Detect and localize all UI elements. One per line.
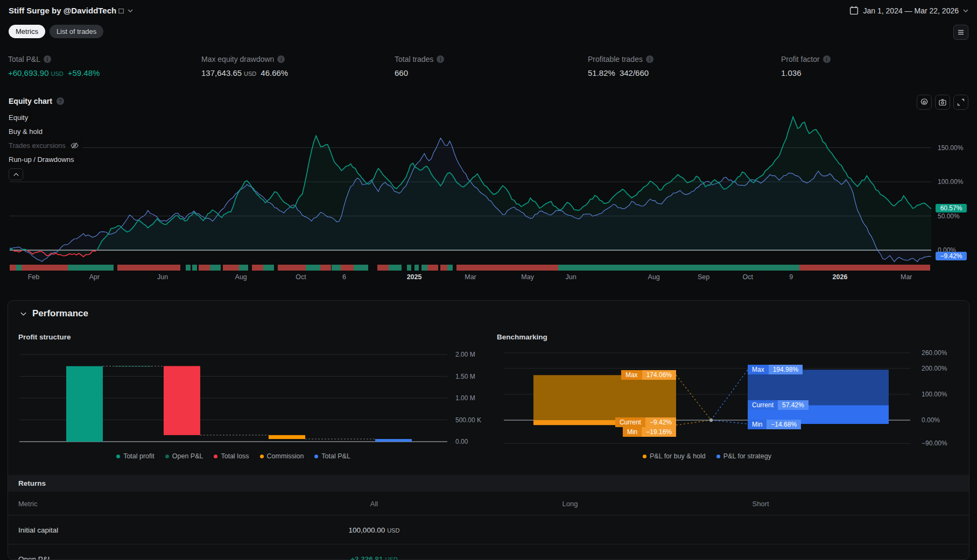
info-icon[interactable]: i: [277, 55, 285, 63]
trade-strip-segment: [407, 265, 412, 271]
info-icon[interactable]: i: [646, 55, 653, 63]
strategy-title-menu[interactable]: Stiff Surge by @DaviddTech □: [9, 6, 133, 15]
chevron-down-icon: [963, 9, 968, 13]
trade-strip-segment: [117, 265, 180, 271]
waterfall-bar-2: [164, 366, 200, 435]
table-row[interactable]: Initial capital100,000.00USD: [8, 516, 969, 544]
view-tabs: Metrics List of trades: [9, 25, 103, 38]
column-header-short[interactable]: Short: [752, 499, 769, 507]
performance-charts-canvas[interactable]: [8, 301, 969, 473]
tab-list-of-trades[interactable]: List of trades: [50, 25, 103, 38]
trade-strip-segment: [192, 265, 197, 271]
time-axis-label: 2025: [407, 273, 422, 281]
legend-item-total-loss[interactable]: Total loss: [214, 452, 249, 460]
returns-table-header: MetricAllLongShort: [8, 492, 969, 515]
time-axis-label: Sep: [698, 273, 709, 281]
trade-strip-segment: [421, 265, 427, 271]
legend-label: Open P&L: [172, 452, 203, 460]
legend-label: P&L for buy & hold: [650, 452, 706, 460]
legend-label: Total P&L: [321, 452, 350, 460]
tab-metrics[interactable]: Metrics: [9, 25, 45, 38]
buyhold-current-chip: Current−9.42%: [615, 417, 676, 427]
chip-title: Min: [748, 420, 767, 429]
time-axis-label: Mar: [465, 273, 476, 281]
legend-label: Commission: [267, 452, 304, 460]
trade-strip-segment: [456, 265, 558, 271]
profit-axis-label: 1.00 M: [455, 394, 475, 402]
legend-dot: [643, 455, 646, 458]
date-range-label: Jan 1, 2024 — Mar 22, 2026: [863, 6, 959, 15]
column-header-long[interactable]: Long: [563, 499, 578, 507]
metric-total-p-l: Total P&Li+60,693.90USD+59.48%: [8, 55, 201, 77]
legend-collapse-button[interactable]: [9, 168, 23, 180]
legend-item-p-l-for-strategy[interactable]: P&L for strategy: [716, 452, 771, 460]
row-metric-label: Initial capital: [18, 526, 58, 534]
metric-value-extra: 46.66%: [261, 68, 288, 77]
column-header-all[interactable]: All: [370, 499, 378, 507]
buyhold-range-block: [533, 375, 676, 420]
legend-item-open-p-l[interactable]: Open P&L: [165, 452, 203, 460]
info-icon[interactable]: i: [823, 55, 831, 63]
row-value-unit: USD: [385, 556, 398, 560]
chip-value: −14.68%: [767, 420, 801, 429]
returns-section-header[interactable]: Returns: [8, 475, 969, 492]
time-axis-label: Mar: [901, 273, 912, 281]
trade-strip-segment: [210, 265, 221, 271]
trade-strip-segment: [447, 265, 453, 271]
legend-item-total-profit[interactable]: Total profit: [116, 452, 154, 460]
date-range-picker[interactable]: Jan 1, 2024 — Mar 22, 2026: [849, 5, 968, 16]
time-axis-label: Oct: [296, 273, 306, 281]
trade-strip-segment: [186, 265, 191, 271]
waterfall-bar-4: [375, 439, 412, 442]
info-icon[interactable]: i: [44, 55, 51, 63]
profit-axis-label: 0.00: [455, 438, 468, 445]
eye-off-icon: [70, 141, 79, 150]
chip-title: Min: [623, 427, 642, 437]
profit-axis-label: 500.00 K: [455, 416, 481, 424]
strategy-title: Stiff Surge by @DaviddTech □: [9, 6, 123, 15]
chevron-up-icon: [13, 172, 19, 177]
legend-item-run-up-drawdowns[interactable]: Run-up / Drawdowns: [9, 154, 78, 165]
trade-strip-segment: [354, 265, 368, 271]
profit-axis-label: 2.00 M: [455, 351, 475, 358]
legend-item-label: Equity: [9, 114, 28, 122]
legend-item-buy-hold[interactable]: Buy & hold: [9, 126, 46, 137]
metric-total-trades: Total tradesi660: [395, 55, 588, 77]
legend-dot: [314, 455, 318, 458]
metric-label: Total P&Li: [8, 55, 201, 63]
table-row[interactable]: Open P&L+3,336.81USD: [8, 545, 969, 560]
equity-chart-time-axis[interactable]: FebAprJunAugOct62025MarMayJunAugSepOct92…: [0, 273, 977, 282]
legend-label: P&L for strategy: [723, 452, 771, 460]
legend-dot: [165, 455, 169, 458]
trades-heatmap-strip[interactable]: [10, 265, 931, 271]
legend-label: Total loss: [221, 452, 249, 460]
benchmark-axis-label: −90.00%: [922, 440, 947, 447]
top-header: Stiff Surge by @DaviddTech □ Jan 1, 2024…: [9, 5, 968, 16]
legend-item-trades-excursions[interactable]: Trades excursions: [9, 140, 83, 151]
legend-label: Total profit: [123, 452, 154, 460]
benchmark-axis-label: 260.00%: [922, 349, 947, 357]
waterfall-bar-3: [269, 435, 305, 439]
metric-value-main: 1.036: [781, 68, 802, 77]
equity-axis-label: 50.00%: [938, 212, 960, 220]
layout-list-button[interactable]: [953, 25, 968, 40]
info-icon[interactable]: i: [437, 55, 444, 63]
profit-structure-legend: Total profitOpen P&LTotal lossCommission…: [19, 452, 447, 460]
row-value-main: 100,000.00: [349, 526, 385, 534]
legend-item-p-l-for-buy-hold[interactable]: P&L for buy & hold: [643, 452, 706, 460]
waterfall-bar-0: [66, 366, 103, 442]
summary-metrics-row: Total P&Li+60,693.90USD+59.48%Max equity…: [8, 55, 974, 77]
metric-value: 137,643.65USD46.66%: [201, 68, 395, 77]
legend-item-equity[interactable]: Equity: [9, 112, 32, 123]
legend-item-commission[interactable]: Commission: [260, 452, 304, 460]
column-header-metric[interactable]: Metric: [18, 499, 37, 507]
legend-dot: [260, 455, 264, 458]
trade-strip-segment: [320, 265, 332, 271]
legend-item-total-p-l[interactable]: Total P&L: [314, 452, 350, 460]
trade-strip-segment: [440, 265, 448, 271]
chip-value: 57.42%: [778, 400, 809, 410]
metric-label: Max equity drawdowni: [201, 55, 395, 63]
strategy-max-chip: Max194.98%: [748, 365, 803, 374]
profit-axis-label: 1.50 M: [455, 373, 475, 380]
time-axis-label: Oct: [743, 273, 753, 281]
